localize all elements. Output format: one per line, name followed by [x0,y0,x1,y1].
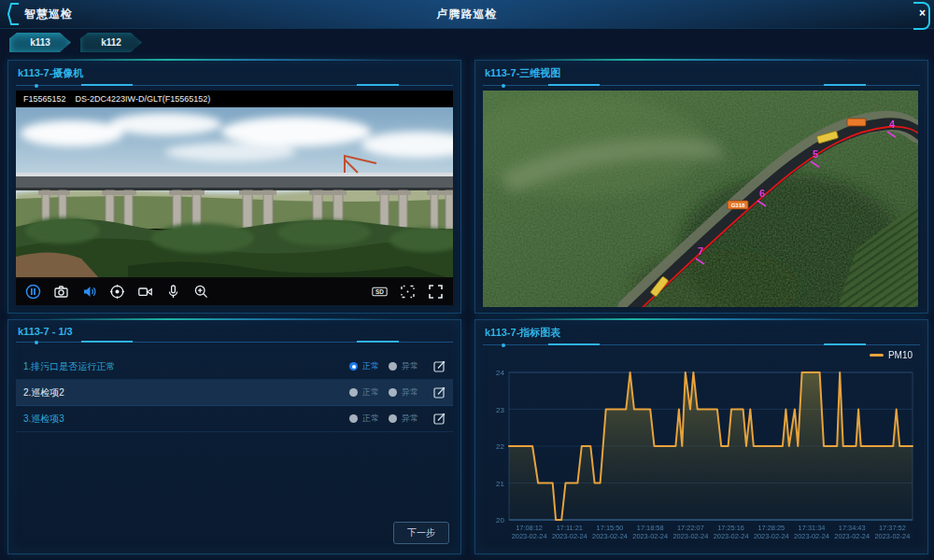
svg-text:2023-02-24: 2023-02-24 [874,532,910,540]
zoom-in-icon[interactable] [193,284,209,300]
svg-text:2023-02-24: 2023-02-24 [794,532,829,540]
svg-text:7: 7 [698,245,703,257]
svg-text:17:15:50: 17:15:50 [597,524,624,532]
radio-normal[interactable]: 正常 [349,386,379,399]
close-button[interactable]: × [908,2,930,26]
svg-text:2023-02-24: 2023-02-24 [512,532,547,540]
tab-k113[interactable]: k113 [9,33,71,52]
legend-dash-icon [870,354,884,357]
video-camera-icon[interactable] [137,284,153,300]
svg-text:17:08:12: 17:08:12 [516,524,543,532]
map-panel-title: k113-7-三维视图 [475,61,927,83]
svg-text:17:25:16: 17:25:16 [717,524,744,532]
checklist-row: 2.巡检项2 正常 异常 [16,380,453,406]
mic-icon[interactable] [165,284,181,300]
camera-panel-title: k113-7-摄像机 [8,61,460,83]
tab-k112[interactable]: k112 [80,33,142,52]
radio-abnormal[interactable]: 异常 [389,413,418,425]
camera-panel: k113-7-摄像机 [7,60,461,314]
radio-normal-dot[interactable] [349,388,358,397]
camera-controls: SD [16,277,453,305]
chart-legend[interactable]: PM10 [870,350,913,360]
svg-text:2023-02-24: 2023-02-24 [632,532,668,540]
checklist-panel-title: k113-7 - 1/3 [8,320,460,340]
svg-text:17:18:58: 17:18:58 [637,524,664,532]
checklist-item-label: 2.巡检项2 [23,386,340,399]
edit-icon[interactable] [433,360,446,372]
svg-text:2023-02-24: 2023-02-24 [552,532,587,540]
panel-title-rule [16,83,453,87]
svg-text:G318: G318 [731,203,745,208]
checklist-item-label: 1.排污口是否运行正常 [23,360,340,373]
svg-text:17:11:21: 17:11:21 [557,524,583,532]
ptz-icon[interactable] [109,284,125,300]
panel-title-rule [16,340,453,343]
speaker-icon[interactable] [81,284,97,300]
radio-normal[interactable]: 正常 [349,413,379,425]
legend-label: PM10 [888,350,913,360]
svg-text:20: 20 [496,516,504,525]
pause-icon[interactable] [25,284,41,300]
radio-abnormal[interactable]: 异常 [389,360,418,372]
svg-text:22: 22 [496,442,504,451]
radio-normal-label: 正常 [362,360,379,372]
panel-title-rule [483,343,920,346]
close-icon: × [919,7,926,20]
edit-icon[interactable] [433,386,446,399]
svg-text:6: 6 [759,188,765,199]
pm10-line-chart: 202122232417:08:122023-02-2417:11:212023… [481,363,920,546]
svg-text:2023-02-24: 2023-02-24 [592,532,628,540]
svg-text:2023-02-24: 2023-02-24 [672,532,708,540]
radio-abnormal-label: 异常 [402,386,418,399]
camera-video[interactable]: F15565152 DS-2DC4223IW-D/GLT(F15565152) [16,91,453,305]
radio-abnormal-dot[interactable] [389,362,397,371]
checklist-item-label: 3.巡检项3 [23,413,340,426]
radio-abnormal[interactable]: 异常 [389,386,418,399]
map-3d-panel: k113-7-三维视图 [474,60,928,314]
radio-abnormal-dot[interactable] [389,388,397,397]
edit-icon[interactable] [433,413,446,425]
svg-text:17:37:52: 17:37:52 [879,524,906,532]
sd-quality-badge[interactable]: SD [372,284,388,300]
svg-text:5: 5 [813,148,818,160]
svg-text:SD: SD [375,288,384,295]
camera-id-overlay: F15565152 DS-2DC4223IW-D/GLT(F15565152) [16,91,453,107]
radio-normal-dot[interactable] [349,414,358,423]
svg-text:17:28:25: 17:28:25 [757,524,785,532]
station-tabs: k113 k112 [9,33,142,52]
svg-text:2023-02-24: 2023-02-24 [834,532,870,540]
radio-abnormal-dot[interactable] [389,414,397,423]
svg-text:17:34:43: 17:34:43 [839,524,866,532]
chart-panel-title: k113-7-指标图表 [475,320,927,343]
top-bar: 智慧巡检 卢腾路巡检 × [0,0,934,29]
next-step-button[interactable]: 下一步 [393,522,449,544]
checklist-row: 1.排污口是否运行正常 正常 异常 [16,354,453,380]
radio-normal[interactable]: 正常 [349,360,379,372]
checklist: 1.排污口是否运行正常 正常 异常 2.巡检项2 正常 异常 [16,354,453,432]
radio-abnormal-label: 异常 [402,360,418,372]
panel-title-rule [483,83,920,87]
chart-panel: k113-7-指标图表 PM10 202122232417:08:122023-… [474,319,928,554]
capture-corner-icon[interactable] [400,284,416,300]
svg-text:17:31:34: 17:31:34 [799,524,826,532]
page-title: 卢腾路巡检 [0,7,934,22]
svg-text:21: 21 [496,480,504,488]
svg-text:2023-02-24: 2023-02-24 [714,532,749,540]
radio-normal-label: 正常 [362,413,379,425]
fullscreen-icon[interactable] [428,284,444,300]
svg-text:2023-02-24: 2023-02-24 [754,532,789,540]
checklist-row: 3.巡检项3 正常 异常 [16,406,453,432]
svg-text:23: 23 [496,406,504,414]
svg-text:4: 4 [889,119,896,130]
radio-normal-label: 正常 [362,386,379,399]
camera-photo [16,107,453,279]
svg-text:17:22:07: 17:22:07 [677,524,704,532]
checklist-panel: k113-7 - 1/3 1.排污口是否运行正常 正常 异常 2.巡检项2 正常 [7,319,461,554]
snapshot-icon[interactable] [53,284,69,300]
radio-normal-dot[interactable] [349,362,358,371]
aerial-map[interactable]: G318 4567 [483,91,918,307]
radio-abnormal-label: 异常 [402,413,418,425]
svg-text:24: 24 [496,369,504,377]
